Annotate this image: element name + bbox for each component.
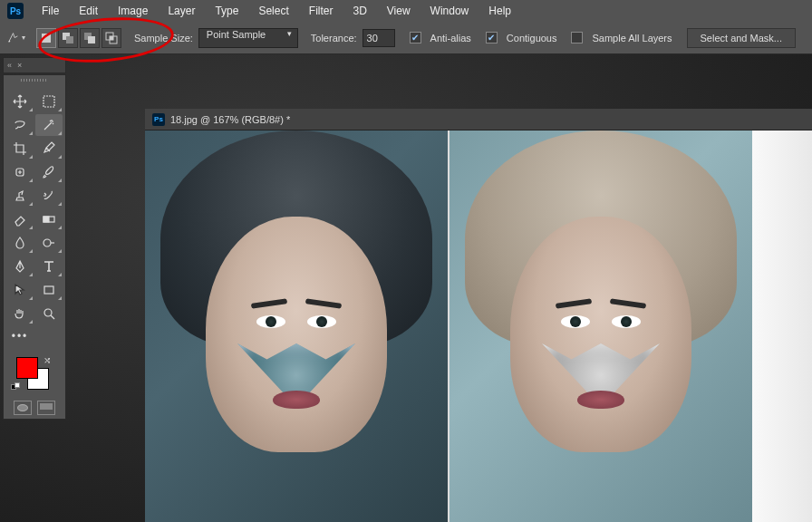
panel-collapse-strip: « × xyxy=(3,57,66,73)
blur-tool[interactable] xyxy=(6,232,34,254)
svg-rect-5 xyxy=(88,36,95,44)
file-type-icon: Ps xyxy=(152,113,165,126)
move-tool[interactable] xyxy=(6,91,34,112)
menu-select[interactable]: Select xyxy=(249,1,297,21)
path-selection-tool[interactable] xyxy=(6,279,34,301)
eraser-tool[interactable] xyxy=(6,208,34,230)
document-title: 18.jpg @ 167% (RGB/8#) * xyxy=(170,114,290,125)
subtract-from-selection-button[interactable] xyxy=(80,28,100,48)
menu-filter[interactable]: Filter xyxy=(300,1,343,21)
add-to-selection-button[interactable] xyxy=(58,28,78,48)
menu-3d[interactable]: 3D xyxy=(343,1,375,21)
rectangular-marquee-tool[interactable] xyxy=(35,91,63,112)
screen-mode-button[interactable] xyxy=(37,401,55,415)
new-selection-button[interactable] xyxy=(36,28,56,48)
menu-bar: Ps File Edit Image Layer Type Select Fil… xyxy=(0,0,812,22)
document-area: Ps 18.jpg @ 167% (RGB/8#) * xyxy=(145,109,812,522)
brush-tool[interactable] xyxy=(35,161,63,183)
toolbox-panel: ••• ⤭ xyxy=(3,74,66,420)
tolerance-input[interactable] xyxy=(362,29,395,47)
dodge-tool[interactable] xyxy=(35,232,63,254)
clone-stamp-tool[interactable] xyxy=(6,185,34,207)
document-tab[interactable]: Ps 18.jpg @ 167% (RGB/8#) * xyxy=(145,109,812,130)
menu-image[interactable]: Image xyxy=(109,1,157,21)
intersect-selection-button[interactable] xyxy=(102,28,121,48)
selection-mode-group xyxy=(36,28,121,48)
history-brush-tool[interactable] xyxy=(35,185,63,207)
menu-help[interactable]: Help xyxy=(479,1,520,21)
zoom-tool[interactable] xyxy=(35,303,63,324)
svg-rect-1 xyxy=(42,34,51,43)
lasso-tool[interactable] xyxy=(6,114,34,136)
svg-rect-12 xyxy=(44,217,49,222)
svg-point-0 xyxy=(9,41,11,43)
rectangle-shape-tool[interactable] xyxy=(35,279,63,301)
swap-colors-icon[interactable]: ⤭ xyxy=(44,355,51,365)
panel-close-icon[interactable]: × xyxy=(17,61,22,70)
svg-rect-9 xyxy=(44,96,54,107)
tolerance-label: Tolerance: xyxy=(311,33,357,44)
svg-rect-14 xyxy=(44,286,53,294)
pen-tool[interactable] xyxy=(6,256,34,277)
options-bar: Sample Size: Point Sample Tolerance: Ant… xyxy=(0,22,812,54)
type-tool[interactable] xyxy=(35,256,63,277)
color-swatches: ⤭ xyxy=(5,355,63,397)
contiguous-checkbox[interactable] xyxy=(486,32,498,44)
canvas-image-right xyxy=(448,130,752,522)
svg-rect-8 xyxy=(110,36,113,40)
canvas-image-left xyxy=(145,130,448,522)
sample-size-select[interactable]: Point Sample xyxy=(198,28,298,48)
current-tool-indicator[interactable] xyxy=(7,29,25,47)
contiguous-label: Contiguous xyxy=(507,33,557,44)
foreground-color-swatch[interactable] xyxy=(16,357,38,379)
svg-point-13 xyxy=(44,239,51,246)
app-logo-icon: Ps xyxy=(7,3,24,19)
menu-window[interactable]: Window xyxy=(421,1,478,21)
menu-layer[interactable]: Layer xyxy=(159,1,204,21)
gradient-tool[interactable] xyxy=(35,208,63,230)
spot-heal-tool[interactable] xyxy=(6,161,34,183)
crop-tool[interactable] xyxy=(6,138,34,160)
svg-point-15 xyxy=(44,309,52,316)
magic-wand-tool[interactable] xyxy=(35,114,63,136)
menu-edit[interactable]: Edit xyxy=(70,1,107,21)
canvas-pasteboard xyxy=(752,130,812,522)
menu-view[interactable]: View xyxy=(378,1,420,21)
sample-all-layers-checkbox[interactable] xyxy=(571,32,583,44)
select-and-mask-button[interactable]: Select and Mask... xyxy=(687,28,797,48)
svg-rect-3 xyxy=(66,36,73,44)
menu-type[interactable]: Type xyxy=(206,1,247,21)
hand-tool[interactable] xyxy=(6,303,34,324)
sample-all-layers-label: Sample All Layers xyxy=(592,33,672,44)
toolbox-grip[interactable] xyxy=(5,79,63,88)
default-colors-icon[interactable] xyxy=(11,382,20,392)
panel-collapse-icon[interactable]: « xyxy=(7,61,12,70)
quick-mask-mode-button[interactable] xyxy=(14,401,32,415)
sample-size-label: Sample Size: xyxy=(134,33,193,44)
eyedropper-tool[interactable] xyxy=(35,138,63,160)
anti-alias-label: Anti-alias xyxy=(430,33,471,44)
menu-file[interactable]: File xyxy=(33,1,68,21)
edit-toolbar-button[interactable]: ••• xyxy=(6,326,34,346)
document-canvas[interactable] xyxy=(145,130,752,522)
anti-alias-checkbox[interactable] xyxy=(410,32,421,44)
